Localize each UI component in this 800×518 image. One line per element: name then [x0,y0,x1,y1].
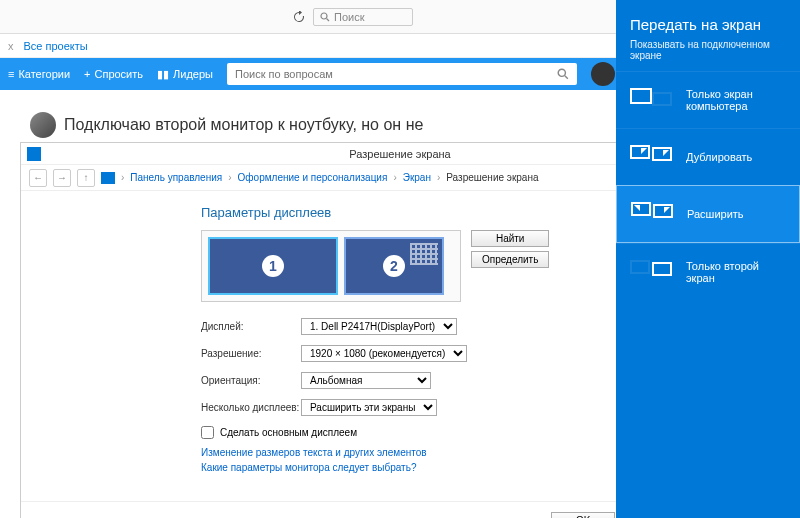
project-duplicate[interactable]: Дублировать [616,128,800,185]
orientation-label: Ориентация: [201,375,301,386]
leaders-button[interactable]: ▮▮ Лидеры [157,68,213,81]
project-panel: Передать на экран Показывать на подключе… [616,0,800,518]
display-select[interactable]: 1. Dell P2417H(DisplayPort) [301,318,457,335]
project-extend[interactable]: Расширить [616,185,800,243]
ok-button[interactable]: OK [551,512,615,518]
categories-button[interactable]: ≡ Категории [8,68,70,80]
find-button[interactable]: Найти [471,230,549,247]
leaders-label: Лидеры [173,68,213,80]
extend-icon [631,200,675,228]
back-button[interactable]: ← [29,169,47,187]
project-pc-only[interactable]: Только экран компьютера [616,71,800,128]
list-icon: ≡ [8,68,14,80]
ask-button[interactable]: + Спросить [84,68,143,80]
close-tab-icon[interactable]: x [8,40,14,52]
crumb-control-panel[interactable]: Панель управления [130,172,222,183]
project-panel-subtitle: Показывать на подключенном экране [630,39,786,61]
crumb-resolution: Разрешение экрана [446,172,538,183]
svg-line-3 [565,76,568,79]
folder-icon [101,172,115,184]
display-label: Дисплей: [201,321,301,332]
question-title: Подключаю второй монитор к ноутбуку, но … [64,116,423,134]
search-icon [557,68,569,80]
crumb-appearance[interactable]: Оформление и персонализация [238,172,388,183]
primary-display-checkbox[interactable] [201,426,214,439]
tab-all-projects[interactable]: Все проекты [24,40,88,52]
browser-search[interactable]: Поиск [313,8,413,26]
orientation-select[interactable]: Альбомная [301,372,431,389]
pc-only-icon [630,86,674,114]
monitor-grid-icon [410,243,438,265]
browser-search-placeholder: Поиск [334,11,364,23]
resolution-label: Разрешение: [201,348,301,359]
forward-button[interactable]: → [53,169,71,187]
categories-label: Категории [18,68,70,80]
resolution-select[interactable]: 1920 × 1080 (рекомендуется) [301,345,467,362]
search-icon [320,12,330,22]
plus-icon: + [84,68,90,80]
primary-display-label: Сделать основным дисплеем [220,427,357,438]
monitors-preview[interactable]: 1 2 [201,230,461,302]
project-panel-title: Передать на экран [630,16,786,33]
project-second-only[interactable]: Только второй экран [616,243,800,300]
site-search[interactable] [227,63,577,85]
svg-point-2 [558,69,565,76]
ask-label: Спросить [94,68,143,80]
up-button[interactable]: ↑ [77,169,95,187]
svg-point-0 [321,13,327,19]
multi-label: Несколько дисплеев: [201,402,301,413]
crumb-screen[interactable]: Экран [403,172,431,183]
detect-button[interactable]: Определить [471,251,549,268]
multi-select[interactable]: Расширить эти экраны [301,399,437,416]
window-title-text: Разрешение экрана [349,148,450,160]
user-avatar[interactable] [591,62,615,86]
second-only-icon [630,258,674,286]
monitor-1[interactable]: 1 [208,237,338,295]
refresh-icon[interactable] [291,9,307,25]
duplicate-icon [630,143,674,171]
asker-avatar[interactable] [30,112,56,138]
site-search-input[interactable] [235,68,557,80]
monitor-2[interactable]: 2 [344,237,444,295]
svg-line-1 [327,18,330,21]
chart-icon: ▮▮ [157,68,169,81]
window-app-icon [27,147,41,161]
